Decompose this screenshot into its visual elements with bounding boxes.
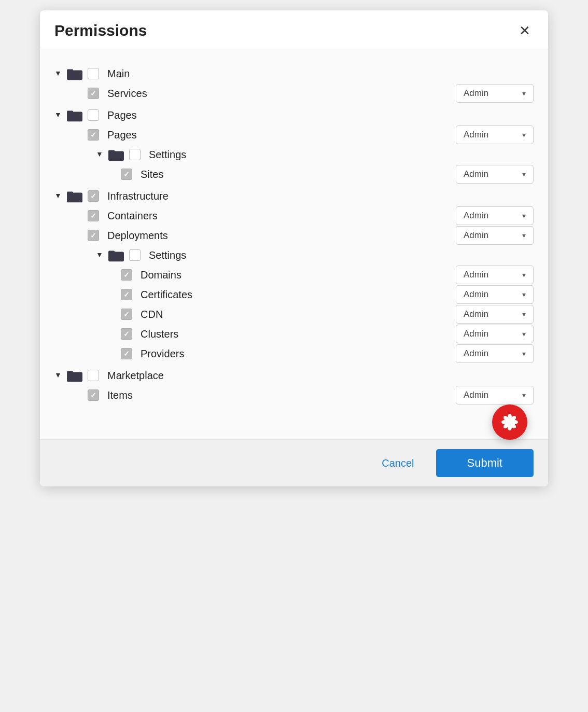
tree-item-main: ▼ Main [54, 64, 534, 83]
chevron-main[interactable]: ▼ [54, 69, 64, 78]
tree-item-infrastructure-folder: ▼ Infrastructure [54, 186, 534, 206]
checkbox-domains[interactable] [121, 269, 132, 281]
folder-icon-marketplace [67, 369, 82, 382]
checkbox-marketplace[interactable] [88, 370, 99, 381]
label-certificates: Certificates [141, 289, 456, 301]
label-pages: Pages [107, 129, 456, 141]
label-marketplace: Marketplace [107, 370, 534, 382]
label-domains: Domains [141, 269, 456, 281]
tree-item-settings1-folder: ▼ Settings [54, 145, 534, 164]
checkbox-infrastructure[interactable] [88, 190, 99, 202]
checkbox-clusters[interactable] [121, 328, 132, 340]
label-cdn: CDN [141, 309, 456, 320]
tree-item-pages: Pages Admin ▾ [54, 125, 534, 145]
label-services: Services [107, 88, 456, 100]
dialog-header: Permissions ✕ [40, 10, 548, 49]
label-settings1: Settings [149, 149, 534, 161]
tree-item-deployments: Deployments Admin ▾ [54, 226, 534, 245]
tree-item-services: Services Admin ▾ [54, 83, 534, 103]
label-infrastructure: Infrastructure [107, 190, 534, 202]
dropdown-sites[interactable]: Admin ▾ [456, 165, 534, 184]
label-sites: Sites [141, 169, 456, 180]
checkbox-pages-folder[interactable] [88, 109, 99, 121]
svg-rect-3 [67, 111, 73, 114]
chevron-infrastructure[interactable]: ▼ [54, 191, 64, 201]
label-pages-folder: Pages [107, 109, 534, 121]
label-settings2: Settings [149, 249, 534, 261]
submit-button[interactable]: Submit [436, 449, 534, 477]
checkbox-cdn[interactable] [121, 309, 132, 320]
checkbox-certificates[interactable] [121, 289, 132, 300]
tree-item-sites: Sites Admin ▾ [54, 164, 534, 184]
dropdown-certificates[interactable]: Admin ▾ [456, 285, 534, 304]
chevron-pages[interactable]: ▼ [54, 110, 64, 120]
checkbox-services[interactable] [88, 88, 99, 99]
tree-item-clusters: Clusters Admin ▾ [54, 324, 534, 344]
cancel-button[interactable]: Cancel [367, 451, 428, 476]
close-button[interactable]: ✕ [516, 23, 534, 38]
dialog-title: Permissions [54, 22, 147, 39]
svg-rect-7 [67, 192, 73, 195]
folder-icon-pages [67, 108, 82, 122]
tree-item-settings2-folder: ▼ Settings [54, 245, 534, 265]
checkbox-containers[interactable] [88, 210, 99, 221]
svg-rect-9 [108, 251, 115, 254]
permissions-dialog: Permissions ✕ ▼ Main Services Admin ▾ [40, 10, 548, 486]
folder-icon-settings1 [108, 148, 124, 161]
chevron-marketplace[interactable]: ▼ [54, 371, 64, 380]
chevron-settings2[interactable]: ▼ [96, 250, 105, 260]
chevron-settings1[interactable]: ▼ [96, 150, 105, 159]
dropdown-containers[interactable]: Admin ▾ [456, 206, 534, 225]
checkbox-settings2[interactable] [129, 249, 141, 261]
svg-rect-1 [67, 69, 73, 73]
label-clusters: Clusters [141, 328, 456, 340]
tree-item-domains: Domains Admin ▾ [54, 265, 534, 285]
dropdown-clusters[interactable]: Admin ▾ [456, 325, 534, 343]
flower-icon [500, 413, 519, 431]
tree-item-pages-folder: ▼ Pages [54, 105, 534, 125]
label-containers: Containers [107, 210, 456, 222]
tree-item-marketplace-folder: ▼ Marketplace [54, 366, 534, 385]
tree-item-certificates: Certificates Admin ▾ [54, 285, 534, 304]
label-deployments: Deployments [107, 230, 456, 242]
dropdown-providers[interactable]: Admin ▾ [456, 344, 534, 363]
dropdown-cdn[interactable]: Admin ▾ [456, 305, 534, 324]
label-items: Items [107, 389, 456, 401]
tree-item-cdn: CDN Admin ▾ [54, 304, 534, 324]
folder-icon-settings2 [108, 248, 124, 262]
checkbox-items[interactable] [88, 389, 99, 401]
dropdown-deployments[interactable]: Admin ▾ [456, 226, 534, 245]
dropdown-services[interactable]: Admin ▾ [456, 84, 534, 103]
tree-item-items: Items Admin ▾ [54, 385, 534, 405]
dialog-footer: Cancel Submit [40, 439, 548, 486]
fab-button[interactable] [492, 404, 527, 440]
folder-icon-infrastructure [67, 189, 82, 203]
dialog-body: ▼ Main Services Admin ▾ ▼ [40, 49, 548, 439]
checkbox-sites[interactable] [121, 169, 132, 180]
dropdown-domains[interactable]: Admin ▾ [456, 266, 534, 284]
label-providers: Providers [141, 348, 456, 360]
checkbox-settings1[interactable] [129, 149, 141, 160]
dropdown-items[interactable]: Admin ▾ [456, 386, 534, 404]
label-main: Main [107, 68, 534, 80]
dropdown-pages[interactable]: Admin ▾ [456, 125, 534, 144]
svg-rect-11 [67, 371, 73, 374]
folder-icon-main [67, 67, 82, 80]
checkbox-pages[interactable] [88, 129, 99, 141]
svg-rect-5 [108, 150, 115, 153]
tree-item-containers: Containers Admin ▾ [54, 206, 534, 226]
checkbox-deployments[interactable] [88, 230, 99, 241]
checkbox-providers[interactable] [121, 348, 132, 359]
checkbox-main[interactable] [88, 68, 99, 79]
tree-item-providers: Providers Admin ▾ [54, 344, 534, 364]
